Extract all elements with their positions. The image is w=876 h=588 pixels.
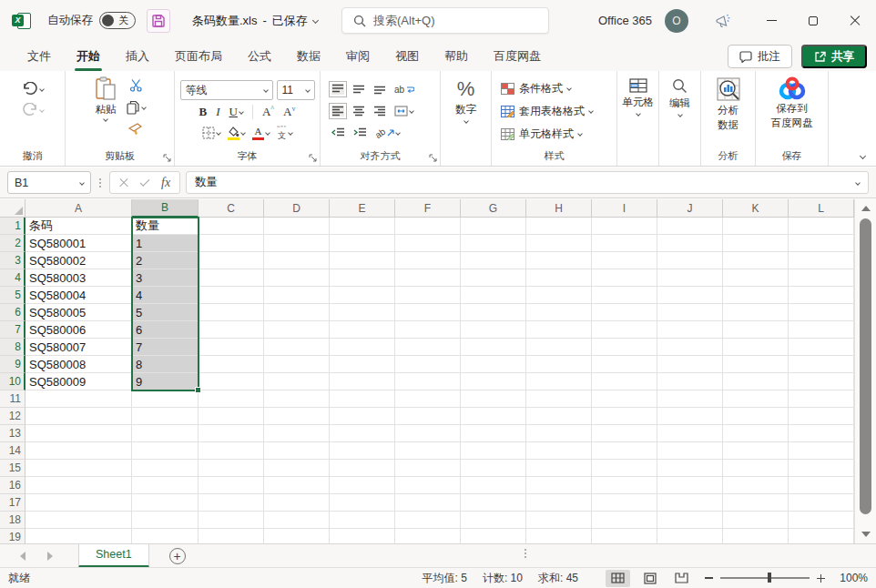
cell-A6[interactable]: SQ580005 (25, 304, 132, 321)
page-layout-view-button[interactable] (637, 570, 662, 587)
cell-E16[interactable] (330, 477, 395, 494)
cell-D17[interactable] (264, 494, 330, 512)
ribbon-tab-3[interactable]: 页面布局 (164, 42, 233, 71)
cell-A3[interactable]: SQ580002 (25, 252, 132, 269)
cell-H12[interactable] (526, 408, 592, 425)
cancel-entry-icon[interactable] (119, 178, 128, 188)
insert-function-button[interactable]: fx (161, 176, 170, 190)
cell-B3[interactable]: 2 (132, 252, 199, 269)
wrap-text-button[interactable]: ab (394, 85, 414, 95)
vertical-scrollbar[interactable] (854, 199, 876, 543)
add-sheet-button[interactable]: + (169, 548, 186, 564)
cell-I14[interactable] (592, 442, 657, 460)
cell-L1[interactable] (789, 218, 854, 235)
cell-G8[interactable] (461, 339, 526, 356)
row-header-2[interactable]: 2 (0, 235, 25, 252)
cell-B19[interactable] (132, 529, 199, 543)
cell-K10[interactable] (723, 373, 789, 390)
account-name[interactable]: Office 365 (598, 14, 652, 27)
cell-F2[interactable] (395, 235, 461, 252)
cell-F11[interactable] (395, 390, 461, 408)
cell-I4[interactable] (592, 269, 657, 287)
cell-L5[interactable] (789, 287, 854, 304)
row-header-10[interactable]: 10 (0, 373, 25, 390)
minimize-button[interactable] (750, 0, 792, 41)
editing-menu-button[interactable]: 编辑 (669, 71, 690, 117)
cell-E14[interactable] (330, 442, 395, 460)
cell-L6[interactable] (789, 304, 854, 321)
cell-H13[interactable] (526, 425, 592, 442)
cell-H8[interactable] (526, 339, 592, 356)
row-header-12[interactable]: 12 (0, 408, 25, 425)
column-header-K[interactable]: K (723, 199, 789, 218)
cell-I17[interactable] (592, 494, 657, 512)
cell-H15[interactable] (526, 460, 592, 477)
cell-C10[interactable] (199, 373, 264, 390)
cell-H9[interactable] (526, 356, 592, 373)
cell-B9[interactable]: 8 (132, 356, 199, 373)
cell-C17[interactable] (199, 494, 264, 512)
cell-D12[interactable] (264, 408, 330, 425)
cell-L13[interactable] (789, 425, 854, 442)
cell-D2[interactable] (264, 235, 330, 252)
cell-E6[interactable] (330, 304, 395, 321)
cell-J2[interactable] (657, 235, 723, 252)
cell-J10[interactable] (657, 373, 723, 390)
cell-I15[interactable] (592, 460, 657, 477)
cell-J17[interactable] (657, 494, 723, 512)
cell-L2[interactable] (789, 235, 854, 252)
cut-button[interactable] (129, 78, 143, 92)
ribbon-tab-8[interactable]: 帮助 (433, 42, 479, 71)
decrease-indent-icon[interactable] (331, 127, 345, 138)
cell-K6[interactable] (723, 304, 789, 321)
cell-K19[interactable] (723, 529, 789, 543)
column-header-A[interactable]: A (25, 199, 132, 218)
cell-E2[interactable] (330, 235, 395, 252)
dialog-launcher-icon[interactable] (429, 154, 437, 162)
cell-E9[interactable] (330, 356, 395, 373)
cell-H19[interactable] (526, 529, 592, 543)
save-to-baidu-button[interactable]: 保存到 百度网盘 (771, 76, 813, 130)
cell-H3[interactable] (526, 252, 592, 269)
column-header-C[interactable]: C (199, 199, 264, 218)
cell-H7[interactable] (526, 321, 592, 339)
cell-J15[interactable] (657, 460, 723, 477)
cell-K16[interactable] (723, 477, 789, 494)
autosave-control[interactable]: 自动保存 关 (47, 12, 136, 29)
cell-H4[interactable] (526, 269, 592, 287)
cell-C8[interactable] (199, 339, 264, 356)
cell-K7[interactable] (723, 321, 789, 339)
cell-D8[interactable] (264, 339, 330, 356)
number-menu-button[interactable]: % 数字 (455, 71, 476, 123)
cell-G9[interactable] (461, 356, 526, 373)
cell-F6[interactable] (395, 304, 461, 321)
shrink-font-button[interactable]: Av (283, 105, 295, 119)
increase-indent-icon[interactable] (353, 127, 367, 138)
phonetic-guide-button[interactable]: ᵚᵉⁿ 文 (277, 125, 292, 142)
cell-G17[interactable] (461, 494, 526, 512)
save-button[interactable] (147, 9, 170, 33)
cell-J13[interactable] (657, 425, 723, 442)
redo-button[interactable] (22, 103, 44, 117)
cell-J4[interactable] (657, 269, 723, 287)
cell-C6[interactable] (199, 304, 264, 321)
cell-J1[interactable] (657, 218, 723, 235)
fill-color-button[interactable] (228, 127, 245, 140)
cell-H6[interactable] (526, 304, 592, 321)
cell-G4[interactable] (461, 269, 526, 287)
cell-A2[interactable]: SQ580001 (25, 235, 132, 252)
cell-H2[interactable] (526, 235, 592, 252)
cell-C3[interactable] (199, 252, 264, 269)
cell-I3[interactable] (592, 252, 657, 269)
row-header-8[interactable]: 8 (0, 339, 25, 356)
cell-H16[interactable] (526, 477, 592, 494)
cell-D5[interactable] (264, 287, 330, 304)
cell-D11[interactable] (264, 390, 330, 408)
cell-D4[interactable] (264, 269, 330, 287)
cell-B11[interactable] (132, 390, 199, 408)
cell-E3[interactable] (330, 252, 395, 269)
share-button[interactable]: 共享 (801, 45, 867, 68)
cell-D7[interactable] (264, 321, 330, 339)
cell-C9[interactable] (199, 356, 264, 373)
cell-B16[interactable] (132, 477, 199, 494)
